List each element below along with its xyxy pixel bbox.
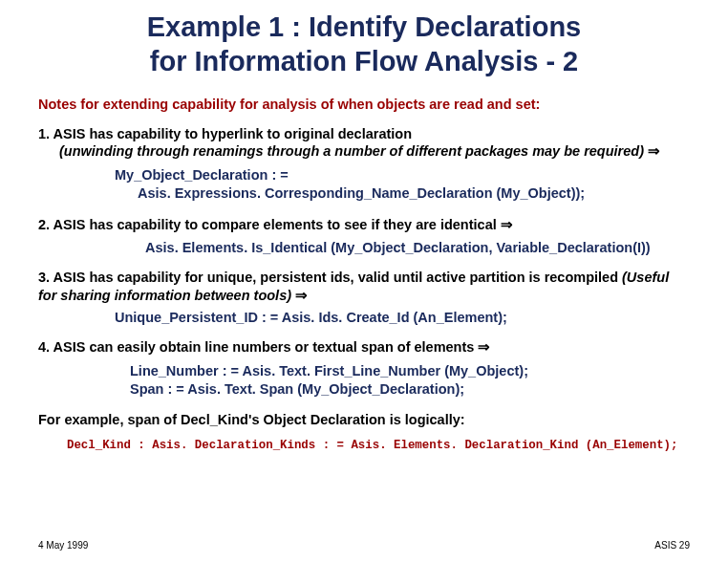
slide-title: Example 1 : Identify Declarations for In… — [38, 10, 690, 79]
title-line-1: Example 1 : Identify Declarations — [147, 11, 581, 42]
point-3-lead: 3. ASIS has capability for unique, persi… — [38, 270, 622, 285]
code-line: My_Object_Declaration : = — [115, 166, 690, 184]
for-example-text: For example, span of Decl_Kind's Object … — [38, 412, 690, 427]
point-2-code: Asis. Elements. Is_Identical (My_Object_… — [145, 240, 690, 255]
point-3: 3. ASIS has capability for unique, persi… — [38, 269, 690, 305]
point-1: 1. ASIS has capability to hyperlink to o… — [38, 125, 690, 162]
point-4-code: Line_Number : = Asis. Text. First_Line_N… — [130, 362, 690, 399]
notes-subtitle: Notes for extending capability for analy… — [38, 97, 690, 112]
point-1-italic: (unwinding through renamings through a n… — [59, 143, 648, 159]
code-line: Line_Number : = Asis. Text. First_Line_N… — [130, 362, 690, 380]
example-code-red: Decl_Kind : Asis. Declaration_Kinds : = … — [67, 439, 690, 452]
footer-page: ASIS 29 — [654, 540, 690, 551]
arrow-icon: ⇒ — [501, 217, 513, 232]
point-2: 2. ASIS has capability to compare elemen… — [38, 216, 690, 234]
slide: Example 1 : Identify Declarations for In… — [0, 0, 728, 562]
footer-date: 4 May 1999 — [38, 540, 88, 551]
point-3-code: Unique_Persistent_ID : = Asis. Ids. Crea… — [115, 310, 690, 325]
footer: 4 May 1999 ASIS 29 — [38, 540, 690, 551]
point-1-code: My_Object_Declaration : = Asis. Expressi… — [115, 166, 690, 203]
point-4: 4. ASIS can easily obtain line numbers o… — [38, 338, 690, 357]
arrow-icon: ⇒ — [478, 339, 490, 355]
arrow-icon: ⇒ — [295, 288, 308, 303]
code-line: Asis. Expressions. Corresponding_Name_De… — [115, 184, 690, 203]
point-2-lead: 2. ASIS has capability to compare elemen… — [38, 217, 501, 232]
point-1-lead: 1. ASIS has capability to hyperlink to o… — [38, 126, 412, 141]
arrow-icon: ⇒ — [648, 143, 660, 159]
point-4-lead: 4. ASIS can easily obtain line numbers o… — [38, 339, 478, 355]
title-line-2: for Information Flow Analysis - 2 — [150, 46, 578, 76]
code-line: Span : = Asis. Text. Span (My_Object_Dec… — [130, 380, 690, 399]
